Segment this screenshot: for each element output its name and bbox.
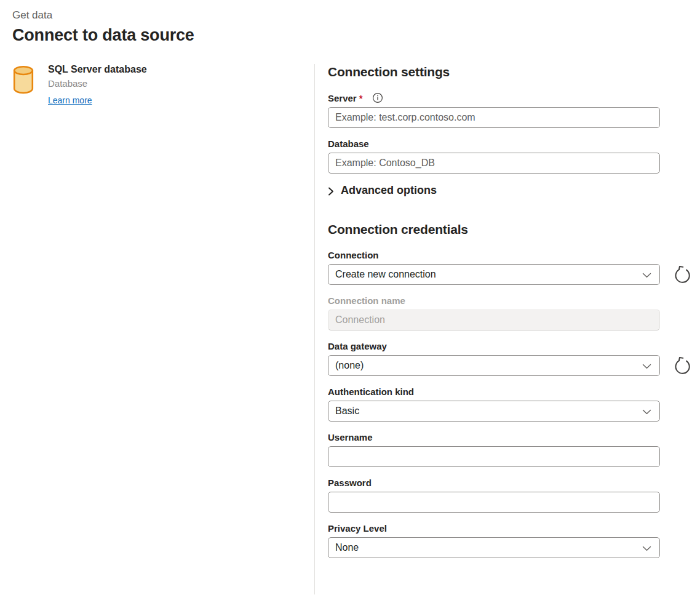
connector-type: Database	[48, 78, 147, 89]
data-gateway-field-group: Data gateway (none)	[328, 341, 700, 376]
privacy-level-select-value: None	[335, 542, 653, 553]
connection-form: Connection settings Server *	[315, 64, 700, 594]
connection-label: Connection	[328, 250, 379, 260]
username-input[interactable]	[328, 446, 660, 467]
username-field-group: Username	[328, 432, 700, 467]
learn-more-link[interactable]: Learn more	[48, 95, 92, 105]
chevron-down-icon	[642, 364, 651, 369]
info-icon[interactable]	[372, 92, 383, 103]
connection-settings-heading: Connection settings	[328, 65, 700, 79]
connector-name: SQL Server database	[48, 64, 147, 75]
chevron-down-icon	[642, 546, 651, 551]
authentication-kind-label: Authentication kind	[328, 386, 414, 397]
refresh-gateways-icon[interactable]	[673, 356, 692, 375]
chevron-down-icon	[642, 409, 651, 415]
connection-select-value: Create new connection	[335, 269, 653, 280]
authentication-kind-select-value: Basic	[335, 406, 653, 417]
connector-text: SQL Server database Database Learn more	[48, 64, 147, 106]
data-gateway-select[interactable]: (none)	[328, 355, 660, 376]
get-data-page: Get data Connect to data source SQL Serv…	[0, 0, 700, 594]
authentication-kind-select[interactable]: Basic	[328, 401, 660, 422]
data-gateway-select-value: (none)	[335, 360, 653, 371]
main-layout: SQL Server database Database Learn more …	[12, 64, 700, 594]
username-label: Username	[328, 432, 373, 442]
database-label: Database	[328, 138, 369, 149]
refresh-connections-icon[interactable]	[673, 265, 692, 284]
connection-credentials-heading: Connection credentials	[328, 222, 700, 237]
server-field-group: Server *	[328, 92, 700, 128]
advanced-options-toggle[interactable]: Advanced options	[328, 184, 700, 197]
required-asterisk: *	[359, 93, 363, 103]
advanced-options-label: Advanced options	[341, 184, 437, 197]
chevron-right-icon	[328, 186, 334, 196]
connection-name-field-group: Connection name	[328, 295, 700, 330]
page-title: Connect to data source	[12, 26, 700, 45]
privacy-level-select[interactable]: None	[328, 537, 660, 558]
data-gateway-label: Data gateway	[328, 341, 387, 351]
connection-field-group: Connection Create new connection	[328, 250, 700, 285]
database-field-group: Database	[328, 138, 700, 174]
breadcrumb: Get data	[12, 9, 700, 22]
server-input[interactable]	[328, 107, 660, 128]
connection-name-label: Connection name	[328, 295, 405, 306]
database-icon	[12, 65, 35, 106]
database-input[interactable]	[328, 153, 660, 174]
chevron-down-icon	[642, 273, 651, 278]
password-input[interactable]	[328, 492, 660, 513]
authentication-kind-field-group: Authentication kind Basic	[328, 386, 700, 422]
server-label: Server	[328, 93, 357, 103]
password-label: Password	[328, 478, 372, 488]
connection-select[interactable]: Create new connection	[328, 264, 660, 285]
connection-name-input	[328, 310, 660, 330]
privacy-level-field-group: Privacy Level None	[328, 523, 700, 558]
connector-card: SQL Server database Database Learn more	[12, 64, 314, 106]
connector-panel: SQL Server database Database Learn more	[12, 64, 314, 594]
password-field-group: Password	[328, 478, 700, 513]
privacy-level-label: Privacy Level	[328, 523, 387, 534]
